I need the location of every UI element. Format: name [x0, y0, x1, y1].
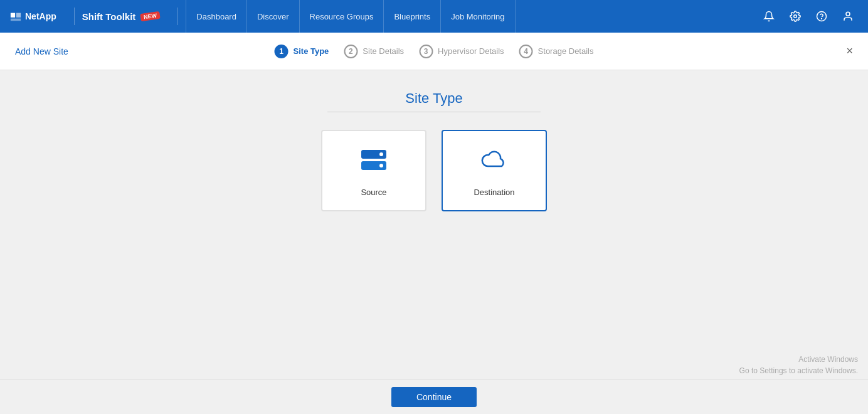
- bell-icon[interactable]: [759, 6, 779, 26]
- footer: Continue: [0, 379, 868, 414]
- windows-watermark: Activate Windows Go to Settings to activ…: [739, 354, 858, 376]
- svg-point-3: [794, 15, 797, 18]
- svg-point-10: [379, 164, 383, 167]
- nav-icons: [759, 6, 858, 26]
- netapp-label: NetApp: [25, 11, 56, 21]
- step-circle-1: 1: [275, 45, 288, 58]
- netapp-logo: NetApp: [10, 11, 56, 22]
- svg-rect-2: [11, 19, 21, 21]
- title-divider: [327, 112, 541, 112]
- page-title: Add New Site: [15, 46, 90, 56]
- step-label-3: Hypervisor Details: [438, 46, 504, 56]
- app-title-wrap: Shift Toolkit NEW: [82, 11, 161, 22]
- wizard-step-3[interactable]: 3 Hypervisor Details: [419, 45, 504, 58]
- wizard-steps: 1 Site Type 2 Site Details 3 Hypervisor …: [275, 45, 594, 58]
- step-circle-3: 3: [419, 45, 433, 58]
- netapp-icon: [10, 11, 21, 22]
- step-label-4: Storage Details: [538, 46, 594, 56]
- svg-point-8: [379, 152, 383, 156]
- help-icon[interactable]: [812, 6, 832, 26]
- main-content: Site Type Source Destination: [0, 70, 868, 379]
- source-label: Source: [361, 188, 386, 197]
- watermark-line1: Activate Windows: [739, 354, 858, 365]
- destination-label: Destination: [474, 188, 514, 197]
- brand-logo: NetApp: [10, 11, 56, 22]
- server-icon: [357, 145, 390, 180]
- nav-link-resource-groups[interactable]: Resource Groups: [300, 0, 384, 33]
- step-label-2: Site Details: [363, 46, 404, 56]
- gear-icon[interactable]: [785, 6, 805, 26]
- svg-point-6: [846, 12, 850, 16]
- wizard-step-1[interactable]: 1 Site Type: [275, 45, 329, 58]
- navbar: NetApp Shift Toolkit NEW Dashboard Disco…: [0, 0, 868, 33]
- nav-links: Dashboard Discover Resource Groups Bluep…: [186, 0, 759, 33]
- close-button[interactable]: ×: [846, 45, 853, 58]
- cloud-icon: [478, 145, 511, 180]
- new-badge: NEW: [140, 11, 161, 21]
- nav-link-discover[interactable]: Discover: [247, 0, 300, 33]
- wizard-step-2[interactable]: 2 Site Details: [344, 45, 404, 58]
- destination-card[interactable]: Destination: [442, 130, 547, 211]
- source-card[interactable]: Source: [321, 130, 426, 211]
- svg-rect-0: [11, 13, 15, 18]
- continue-button[interactable]: Continue: [391, 387, 477, 407]
- site-type-cards: Source Destination: [321, 130, 547, 211]
- step-circle-4: 4: [519, 45, 533, 58]
- wizard-step-4[interactable]: 4 Storage Details: [519, 45, 594, 58]
- nav-link-blueprints[interactable]: Blueprints: [384, 0, 441, 33]
- step-label-1: Site Type: [294, 46, 329, 56]
- user-icon[interactable]: [838, 6, 858, 26]
- sub-header: Add New Site 1 Site Type 2 Site Details …: [0, 33, 868, 70]
- svg-rect-1: [16, 13, 21, 18]
- nav-divider-2: [177, 8, 178, 25]
- site-type-heading: Site Type: [405, 90, 462, 107]
- nav-link-job-monitoring[interactable]: Job Monitoring: [441, 0, 515, 33]
- nav-divider-1: [74, 8, 75, 25]
- step-circle-2: 2: [344, 45, 357, 58]
- watermark-line2: Go to Settings to activate Windows.: [739, 365, 858, 376]
- app-title: Shift Toolkit: [82, 11, 136, 22]
- nav-link-dashboard[interactable]: Dashboard: [186, 0, 247, 33]
